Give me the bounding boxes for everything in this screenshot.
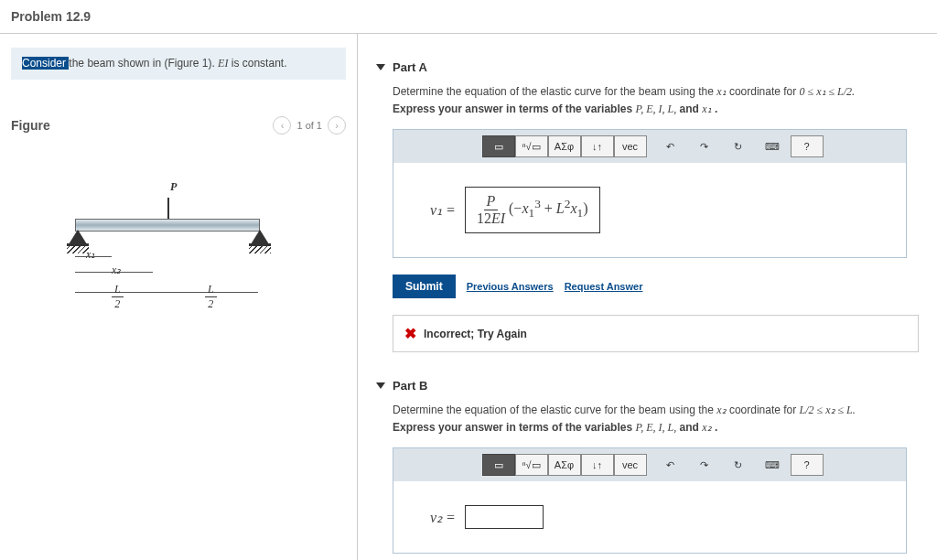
part-b-toggle-icon[interactable]: [376, 382, 385, 389]
part-a: Part A Determine the equation of the ela…: [376, 57, 919, 352]
reset-button[interactable]: ↻: [723, 455, 754, 475]
template-tool[interactable]: ▭: [482, 135, 515, 157]
pager-text: 1 of 1: [296, 120, 322, 131]
incorrect-icon: ✖: [404, 325, 416, 342]
figure-label: Figure: [11, 118, 50, 133]
pager-next-button[interactable]: ›: [328, 116, 346, 135]
part-a-equation-input[interactable]: P12EI (−x13 + L2x1): [465, 187, 600, 233]
part-a-lhs: v₁ =: [430, 201, 456, 219]
pager-prev-button[interactable]: ‹: [273, 116, 291, 135]
left-pane: Consider the beam shown in (Figure 1). E…: [0, 34, 358, 560]
help-button[interactable]: ?: [791, 135, 824, 157]
part-a-feedback: ✖ Incorrect; Try Again: [393, 315, 919, 352]
help-button[interactable]: ?: [791, 454, 824, 476]
highlighted-text: Consider: [22, 57, 69, 70]
subscript-tool[interactable]: ↓↑: [581, 454, 614, 476]
part-b-input-panel: ▭ ⁿ√▭ ΑΣφ ↓↑ vec ↶ ↷ ↻ ⌨ ? v₂ =: [393, 447, 907, 554]
keyboard-button[interactable]: ⌨: [757, 136, 788, 156]
part-a-title: Part A: [393, 60, 427, 74]
redo-button[interactable]: ↷: [689, 455, 720, 475]
feedback-text: Incorrect; Try Again: [424, 328, 527, 340]
beam-diagram: P x₁ x₂ L2 L2: [48, 193, 285, 312]
template-tool[interactable]: ▭: [482, 454, 515, 476]
reset-button[interactable]: ↻: [723, 136, 754, 156]
sqrt-tool[interactable]: ⁿ√▭: [515, 454, 548, 476]
part-a-submit-button[interactable]: Submit: [393, 275, 456, 298]
symbols-tool[interactable]: ΑΣφ: [548, 454, 581, 476]
figure-pager: ‹ 1 of 1 ›: [273, 116, 346, 135]
subscript-tool[interactable]: ↓↑: [581, 135, 614, 157]
part-b-title: Part B: [393, 379, 427, 393]
vector-tool[interactable]: vec: [614, 454, 647, 476]
symbols-tool[interactable]: ΑΣφ: [548, 135, 581, 157]
part-b-express: Express your answer in terms of the vari…: [393, 421, 919, 435]
undo-button[interactable]: ↶: [655, 455, 686, 475]
equation-toolbar: ▭ ⁿ√▭ ΑΣφ ↓↑ vec ↶ ↷ ↻ ⌨ ?: [393, 130, 906, 163]
part-a-express: Express your answer in terms of the vari…: [393, 102, 919, 116]
part-a-previous-answers-link[interactable]: Previous Answers: [467, 281, 554, 292]
equation-toolbar: ▭ ⁿ√▭ ΑΣφ ↓↑ vec ↶ ↷ ↻ ⌨ ?: [393, 448, 906, 481]
part-b-prompt: Determine the equation of the elastic cu…: [393, 404, 919, 417]
vector-tool[interactable]: vec: [614, 135, 647, 157]
problem-title: Problem 12.9: [0, 0, 937, 34]
part-a-request-answer-link[interactable]: Request Answer: [565, 281, 643, 292]
part-a-prompt: Determine the equation of the elastic cu…: [393, 85, 919, 99]
keyboard-button[interactable]: ⌨: [757, 455, 788, 475]
problem-description: Consider the beam shown in (Figure 1). E…: [11, 48, 346, 80]
undo-button[interactable]: ↶: [655, 136, 686, 156]
part-b: Part B Determine the equation of the ela…: [376, 375, 919, 560]
redo-button[interactable]: ↷: [689, 136, 720, 156]
right-pane: Part A Determine the equation of the ela…: [358, 34, 937, 560]
part-b-equation-input[interactable]: [465, 505, 544, 529]
part-a-input-panel: ▭ ⁿ√▭ ΑΣφ ↓↑ vec ↶ ↷ ↻ ⌨ ? v₁ =: [393, 129, 907, 258]
part-a-toggle-icon[interactable]: [376, 64, 385, 70]
part-b-lhs: v₂ =: [430, 509, 456, 526]
sqrt-tool[interactable]: ⁿ√▭: [515, 135, 548, 157]
